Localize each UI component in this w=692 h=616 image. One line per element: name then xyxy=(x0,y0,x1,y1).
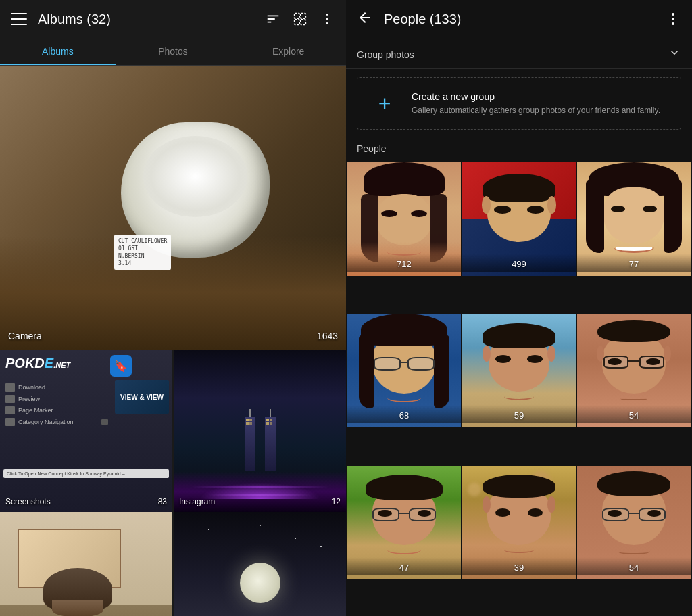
create-group-title: Create a new group xyxy=(412,91,660,102)
plus-icon: + xyxy=(368,87,401,120)
tab-photos[interactable]: Photos xyxy=(116,38,231,65)
instagram-album-label: Instagram xyxy=(179,497,215,506)
room-album[interactable] xyxy=(0,512,172,616)
svg-rect-2 xyxy=(295,20,299,24)
svg-point-4 xyxy=(326,14,328,16)
bookmark-display-icon: 🔖 xyxy=(110,355,132,377)
sort-icon[interactable] xyxy=(265,11,281,27)
camera-album-count: 1643 xyxy=(317,331,338,341)
svg-rect-0 xyxy=(295,14,299,18)
more-options-icon[interactable] xyxy=(319,11,335,27)
person-4-count: 68 xyxy=(347,405,461,423)
instagram-album-count: 12 xyxy=(332,497,341,506)
svg-point-6 xyxy=(326,22,328,24)
person-cell-2[interactable]: 499 xyxy=(462,162,576,276)
person-3-count: 77 xyxy=(577,254,691,272)
person-9-count: 54 xyxy=(577,557,691,575)
person-cell-4[interactable]: 68 xyxy=(347,314,461,427)
price-tag: CUT CAULIFLOWER01 GSTN.BERSIN3.14 xyxy=(114,235,171,270)
person-2-count: 499 xyxy=(462,254,576,272)
screenshots-album[interactable]: POKDE.NET 🔖 Download Preview xyxy=(0,350,172,512)
person-5-count: 59 xyxy=(462,405,576,423)
create-group-card[interactable]: + Create a new group Gallery automatical… xyxy=(357,77,681,130)
screenshots-album-label: Screenshots xyxy=(5,497,51,506)
bottom-albums-row: POKDE.NET 🔖 Download Preview xyxy=(0,350,346,512)
person-cell-3[interactable]: 77 xyxy=(577,162,691,276)
svg-point-5 xyxy=(326,18,328,20)
select-all-icon[interactable] xyxy=(292,11,308,27)
header-actions xyxy=(265,11,335,27)
tab-explore[interactable]: Explore xyxy=(230,38,346,65)
person-1-count: 712 xyxy=(347,254,461,272)
camera-album[interactable]: CUT CAULIFLOWER01 GSTN.BERSIN3.14 Camera… xyxy=(0,66,346,350)
person-6-count: 54 xyxy=(577,405,691,423)
left-header: Albums (32) xyxy=(0,0,346,38)
person-cell-6[interactable]: 54 xyxy=(577,314,691,427)
person-cell-7[interactable]: 47 xyxy=(347,466,461,579)
svg-rect-1 xyxy=(301,14,305,18)
people-section-title: People xyxy=(346,138,692,162)
create-group-text: Create a new group Gallery automatically… xyxy=(412,91,660,116)
left-panel: Albums (32) Al xyxy=(0,0,346,616)
instagram-album[interactable]: Instagram 12 xyxy=(172,350,346,512)
group-photos-title: Group photos xyxy=(357,49,668,60)
person-8-count: 39 xyxy=(462,557,576,575)
left-panel-title: Albums (32) xyxy=(38,11,265,27)
third-row-albums xyxy=(0,512,346,616)
chevron-down-icon[interactable] xyxy=(668,46,681,63)
tab-albums[interactable]: Albums xyxy=(0,38,116,65)
tabs-row: Albums Photos Explore xyxy=(0,38,346,66)
svg-rect-3 xyxy=(301,20,305,24)
people-grid: 712 499 xyxy=(346,162,692,616)
right-panel: People (133) Group photos + Create a new… xyxy=(346,0,692,616)
create-group-subtitle: Gallery automatically gathers group phot… xyxy=(412,105,660,116)
screenshots-album-count: 83 xyxy=(158,497,167,506)
group-photos-header: Group photos xyxy=(346,38,692,69)
albums-grid: CUT CAULIFLOWER01 GSTN.BERSIN3.14 Camera… xyxy=(0,66,346,616)
right-more-icon[interactable] xyxy=(665,11,681,27)
back-button[interactable] xyxy=(357,9,373,29)
person-cell-1[interactable]: 712 xyxy=(347,162,461,276)
person-cell-5[interactable]: 59 xyxy=(462,314,576,427)
right-panel-title: People (133) xyxy=(384,11,665,27)
right-header: People (133) xyxy=(346,0,692,38)
person-cell-8[interactable]: 39 xyxy=(462,466,576,579)
camera-album-label: Camera xyxy=(8,331,42,341)
person-cell-9[interactable]: 54 xyxy=(577,466,691,579)
moon-album[interactable] xyxy=(172,512,346,616)
hamburger-menu-icon[interactable] xyxy=(11,11,27,27)
person-7-count: 47 xyxy=(347,557,461,575)
